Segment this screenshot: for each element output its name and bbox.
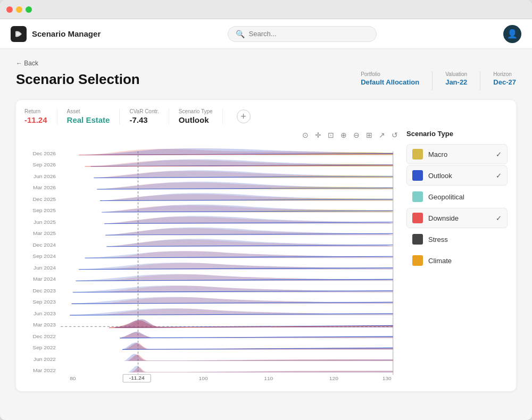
scenario-type-value: Outlook <box>179 115 213 124</box>
scenario-color-climate <box>412 255 423 266</box>
svg-text:Mar 2026: Mar 2026 <box>33 185 56 190</box>
return-label: Return <box>24 108 47 114</box>
svg-text:Dec 2023: Dec 2023 <box>32 288 56 293</box>
maximize-button[interactable] <box>26 6 32 13</box>
search-bar: 🔍 <box>109 26 495 42</box>
valuation-value: Jan-22 <box>445 78 467 86</box>
scenario-name-outlook: Outlook <box>428 172 491 180</box>
svg-text:Sep 2025: Sep 2025 <box>32 208 56 213</box>
svg-text:80: 80 <box>70 376 76 381</box>
svg-text:Jun 2026: Jun 2026 <box>34 173 56 179</box>
asset-label: Asset <box>67 108 110 114</box>
svg-text:130: 130 <box>383 376 392 381</box>
scenario-color-stress <box>412 234 423 245</box>
expand-icon[interactable]: ⊞ <box>365 130 373 140</box>
page-header: Scenario Selection Portfolio Default All… <box>16 71 516 90</box>
scenario-check-outlook: ✓ <box>496 172 502 180</box>
zoom-out-icon[interactable]: ⊖ <box>352 130 361 140</box>
svg-text:Sep 2023: Sep 2023 <box>32 299 56 305</box>
cvar-label: CVaR Contr. <box>129 108 159 114</box>
scenario-name-stress: Stress <box>428 236 502 243</box>
asset-stat: Asset Real Estate <box>67 108 120 124</box>
svg-text:Dec 2025: Dec 2025 <box>32 196 56 201</box>
add-stat-button[interactable]: + <box>237 110 251 123</box>
cvar-value: -7.43 <box>129 115 159 124</box>
minimize-button[interactable] <box>16 6 22 13</box>
scenario-item-macro[interactable]: Macro✓ <box>406 144 508 164</box>
svg-text:-11.24: -11.24 <box>129 375 145 381</box>
refresh-icon[interactable]: ↺ <box>390 130 399 140</box>
svg-text:Jun 2025: Jun 2025 <box>34 219 56 224</box>
crosshair-icon[interactable]: ✛ <box>314 130 322 140</box>
svg-text:Dec 2022: Dec 2022 <box>32 334 56 339</box>
scenario-type-label: Scenario Type <box>179 108 213 114</box>
return-value: -11.24 <box>24 115 47 124</box>
chart-area: ⊙ ✛ ⊡ ⊕ ⊖ ⊞ ↗ ↺ Dec 202 <box>24 130 399 383</box>
scenario-item-downside[interactable]: Downside✓ <box>406 208 508 228</box>
ridge-chart: Dec 2026 Sep 2026 Jun 2026 Mar 2026 Dec … <box>24 144 399 383</box>
nav-logo: Scenario Manager <box>11 26 101 42</box>
close-button[interactable] <box>6 6 13 13</box>
scenario-name-macro: Macro <box>428 150 491 158</box>
horizon-meta: Horizon Dec-27 <box>493 71 516 86</box>
search-icon: 🔍 <box>236 30 245 38</box>
scenario-item-stress[interactable]: Stress <box>406 229 508 249</box>
meta-divider-1 <box>432 71 433 90</box>
scenario-item-climate[interactable]: Climate <box>406 250 508 271</box>
meta-divider-2 <box>480 71 480 90</box>
svg-text:120: 120 <box>329 376 338 381</box>
horizon-label: Horizon <box>493 71 516 77</box>
title-bar <box>0 0 532 19</box>
scenario-item-outlook[interactable]: Outlook✓ <box>406 165 508 186</box>
portfolio-label: Portfolio <box>361 71 419 77</box>
svg-text:100: 100 <box>199 376 208 381</box>
fullscreen-icon[interactable]: ↗ <box>378 130 386 140</box>
portfolio-meta: Portfolio Default Allocation <box>361 71 419 86</box>
svg-text:Jun 2023: Jun 2023 <box>34 311 56 316</box>
back-link[interactable]: ← Back <box>16 60 516 67</box>
app-window: Scenario Manager 🔍 👤 ← Back Scenario Sel… <box>0 0 532 420</box>
svg-text:Sep 2026: Sep 2026 <box>32 162 56 167</box>
valuation-label: Valuation <box>445 71 467 77</box>
main-content: ← Back Scenario Selection Portfolio Defa… <box>0 49 532 420</box>
scenario-color-outlook <box>412 170 423 181</box>
svg-text:Dec 2024: Dec 2024 <box>32 242 56 247</box>
page-title: Scenario Selection <box>16 71 140 88</box>
app-name: Scenario Manager <box>32 29 101 38</box>
scenario-items-list: Macro✓Outlook✓GeopoliticalDownside✓Stres… <box>406 144 508 271</box>
scenario-item-geopolitical[interactable]: Geopolitical <box>406 187 508 207</box>
svg-text:Jun 2024: Jun 2024 <box>34 265 56 270</box>
svg-text:Dec 2026: Dec 2026 <box>32 150 56 156</box>
svg-text:Sep 2022: Sep 2022 <box>32 345 56 350</box>
svg-text:Sep 2024: Sep 2024 <box>32 254 56 259</box>
chart-toolbar: ⊙ ✛ ⊡ ⊕ ⊖ ⊞ ↗ ↺ <box>24 130 399 140</box>
valuation-meta: Valuation Jan-22 <box>445 71 467 86</box>
portfolio-value: Default Allocation <box>361 78 419 86</box>
scenario-type-stat: Scenario Type Outlook <box>179 108 223 124</box>
cvar-stat: CVaR Contr. -7.43 <box>129 108 169 124</box>
search-wrapper[interactable]: 🔍 <box>228 26 377 42</box>
chart-stats: Return -11.24 Asset Real Estate CVaR Con… <box>24 108 508 124</box>
asset-value: Real Estate <box>67 115 110 124</box>
svg-text:Mar 2025: Mar 2025 <box>33 231 56 236</box>
scenario-color-geopolitical <box>412 191 423 202</box>
avatar[interactable]: 👤 <box>503 25 521 43</box>
search-input[interactable] <box>249 30 369 38</box>
scenario-name-climate: Climate <box>428 257 502 265</box>
crop-icon[interactable]: ⊡ <box>327 130 335 140</box>
scenario-name-geopolitical: Geopolitical <box>428 193 502 201</box>
ridge-svg: Dec 2026 Sep 2026 Jun 2026 Mar 2026 Dec … <box>24 144 399 383</box>
scenario-panel: Scenario Type Macro✓Outlook✓Geopolitical… <box>406 130 508 383</box>
scenario-color-downside <box>412 213 423 223</box>
pan-icon[interactable]: ⊙ <box>301 130 310 140</box>
zoom-in-icon[interactable]: ⊕ <box>339 130 348 140</box>
scenario-name-downside: Downside <box>428 214 491 222</box>
svg-text:Jun 2022: Jun 2022 <box>34 357 56 362</box>
navbar: Scenario Manager 🔍 👤 <box>0 19 532 49</box>
scenario-color-macro <box>412 149 423 159</box>
logo-icon <box>11 26 27 42</box>
chart-panel: Return -11.24 Asset Real Estate CVaR Con… <box>16 100 516 391</box>
svg-text:Mar 2022: Mar 2022 <box>33 368 56 373</box>
svg-text:Mar 2024: Mar 2024 <box>33 276 56 282</box>
header-meta: Portfolio Default Allocation Valuation J… <box>361 71 516 90</box>
